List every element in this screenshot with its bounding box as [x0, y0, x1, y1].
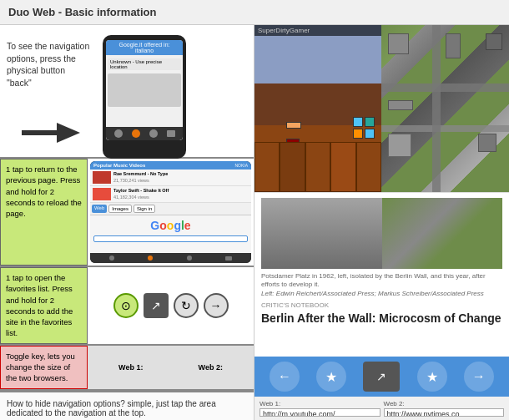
web1-url[interactable]: http://m.youtube.com/ [260, 408, 380, 417]
video-info-2: Taylor Swift - Shake It Off 41,182,304 v… [113, 188, 169, 200]
road-h2 [381, 125, 509, 132]
ground-blocks [254, 142, 381, 192]
url-bars: Web 1: http://m.youtube.com/ Web 2: http… [254, 397, 509, 420]
nav-btn-orange [148, 256, 153, 261]
left-panel: To see the navigation options, press the… [0, 25, 254, 420]
web2-label: Web 2: [384, 400, 505, 407]
info-box-favorites: 1 tap to open the favorites list. Press … [0, 267, 88, 344]
phone-tabs: Web Images Sign in [90, 203, 251, 215]
browser-controls: ← ★ ↗ ★ → [254, 357, 509, 397]
phone-nav-btn-3 [149, 129, 158, 138]
nav-btn-1 [109, 256, 114, 261]
phone-body: Unknown - Use precise location [106, 55, 183, 127]
video-thumb-1 [93, 171, 111, 184]
web2-label: Web 2: [199, 363, 223, 372]
article-caption: Potsdamer Platz in 1962, left, isolated … [261, 272, 502, 298]
phone-offer-bar: Google.it offered in: italiano [106, 40, 183, 55]
tab-signin[interactable]: Sign in [134, 205, 155, 213]
forward-button[interactable]: → [464, 362, 494, 392]
block-orange [353, 129, 363, 139]
info-box-reload: 1 tap to return to the previous page. Pr… [0, 159, 88, 266]
toggle-icons-row: ⊙ ↗ ↻ → [113, 293, 229, 318]
star-button-2[interactable]: ★ [417, 362, 447, 392]
bottom-section: 1 tap to open the favorites list. Press … [0, 267, 254, 346]
building-3 [486, 33, 502, 50]
page-title: Duo Web - Basic information [8, 6, 156, 18]
toggle-icon-circle[interactable]: ⊙ [113, 293, 139, 318]
road-v1 [432, 25, 441, 192]
tab-web[interactable]: Web [92, 205, 107, 213]
web2-bar-group: Web 2: http://www.nytimes.co [384, 400, 505, 417]
mc-blocks [353, 117, 375, 139]
block-teal [365, 117, 375, 127]
article-photo-right [382, 198, 503, 269]
phone-mockup-top: Google.it offered in: italiano Unknown -… [103, 35, 186, 159]
external-button[interactable]: ↗ [363, 362, 400, 392]
info-box-toggle: Toggle key, lets you change the size of … [0, 346, 88, 389]
phone-mid-bottomnav [90, 253, 251, 263]
toggle-icon-external[interactable]: ↗ [144, 293, 169, 318]
phone-nav-btn-orange [132, 129, 140, 138]
phone-nav-home [167, 130, 175, 137]
game-title-overlay: SuperDirtyGamer [254, 25, 381, 36]
web1-label: Web 1: [260, 400, 380, 407]
phone-mid-body: Rae Sremmurd - No Type 21,730,241 views … [90, 170, 251, 253]
video-info-1: Rae Sremmurd - No Type 21,730,241 views [113, 171, 168, 183]
nav-btn-2 [187, 256, 192, 261]
nav-home-btn [225, 256, 232, 261]
web1-bar-group: Web 1: http://m.youtube.com/ [260, 400, 380, 417]
toggle-icon-forward[interactable]: → [204, 293, 229, 318]
right-top-images: SuperDirtyGamer [254, 25, 509, 192]
right-panel: SuperDirtyGamer [254, 25, 509, 420]
title-bar: Duo Web - Basic information [0, 0, 509, 25]
block-blue2 [365, 129, 375, 139]
phone-mockup-mid: Popular Music Videos NOKIA Rae Sremmurd … [90, 161, 251, 263]
mid-section-1: 1 tap to return to the previous page. Pr… [0, 159, 254, 267]
location-bar: Unknown - Use precise location [108, 58, 181, 70]
article-photo-left [261, 198, 382, 269]
nav-hint-area: To see the navigation options, press the… [0, 25, 254, 159]
star-button-1[interactable]: ★ [316, 362, 346, 392]
toggle-icon-arrow[interactable]: ↻ [174, 293, 199, 318]
game-screenshot: SuperDirtyGamer [254, 25, 381, 192]
web-labels-area: Web 1: Web 2: [88, 346, 254, 389]
phone-nav-btn-1 [114, 129, 123, 138]
building-6 [388, 134, 411, 157]
phone-nav [106, 127, 183, 140]
building-1 [388, 33, 409, 54]
aerial-photo [381, 25, 509, 192]
article-section: Potsdamer Platz in 1962, left, isolated … [254, 192, 509, 357]
info-sections: 1 tap to return to the previous page. Pr… [0, 159, 254, 420]
minecraft-scene [254, 25, 381, 192]
video-item-2: Taylor Swift - Shake It Off 41,182,304 v… [90, 186, 251, 203]
toggle-key-section: Toggle key, lets you change the size of … [0, 346, 254, 391]
article-section-label: CRITIC'S NOTEBOOK [261, 301, 502, 309]
road-h1 [381, 83, 509, 92]
aerial-scene [381, 25, 509, 192]
building-4 [388, 100, 413, 110]
nav-hint-text: To see the navigation options, press the… [7, 32, 90, 89]
building-5 [478, 134, 496, 152]
footer-text: How to hide navigation options? simple, … [0, 391, 254, 420]
web1-label: Web 1: [118, 363, 143, 372]
google-logo: Google [90, 215, 251, 234]
phone-mid-header: Popular Music Videos NOKIA [90, 161, 251, 170]
web2-url[interactable]: http://www.nytimes.co [384, 408, 505, 417]
arrow-area [11, 123, 91, 143]
video-item-1: Rae Sremmurd - No Type 21,730,241 views [90, 170, 251, 186]
article-photo [261, 198, 502, 269]
block-blue [353, 117, 363, 127]
main-content: To see the navigation options, press the… [0, 25, 509, 420]
google-search-bar[interactable] [93, 235, 248, 242]
tab-images[interactable]: Images [108, 205, 132, 213]
toggle-icons-area: ⊙ ↗ ↻ → [88, 267, 254, 344]
phone-screen-top: Google.it offered in: italiano Unknown -… [106, 40, 183, 140]
article-title: Berlin After the Wall: Microcosm of Chan… [261, 311, 502, 326]
svg-marker-1 [57, 123, 80, 143]
char-head [286, 122, 301, 129]
arrow-right-icon [22, 123, 80, 143]
svg-rect-0 [22, 130, 59, 135]
building-2 [446, 33, 461, 58]
video-thumb-2 [93, 188, 111, 200]
back-button[interactable]: ← [270, 362, 300, 392]
